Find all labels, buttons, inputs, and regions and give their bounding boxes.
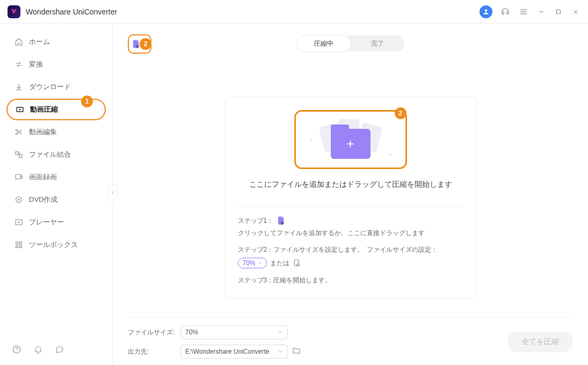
sidebar-item-toolbox[interactable]: ツールボックス: [6, 234, 106, 256]
dropzone-card: + 2 ここにファイルを追加またはドラッグして圧縮を開始します ステップ1： ク…: [224, 97, 477, 298]
step-text: ファイルサイズの設定：: [367, 245, 438, 254]
drop-target[interactable]: + 2: [294, 110, 407, 169]
bell-icon[interactable]: [33, 345, 43, 354]
download-icon: [14, 82, 24, 92]
sidebar-item-record[interactable]: 画面録画: [6, 166, 106, 188]
sidebar-item-dvd[interactable]: DVD作成: [6, 189, 106, 210]
svg-rect-23: [16, 245, 18, 247]
user-avatar[interactable]: [480, 5, 492, 18]
svg-rect-22: [19, 242, 21, 244]
step-3: ステップ3：圧縮を開始します。: [238, 276, 463, 285]
sidebar-item-label: 動画圧縮: [30, 105, 58, 114]
svg-rect-21: [16, 242, 18, 244]
record-icon: [14, 172, 24, 182]
percent-value: 70%: [243, 259, 256, 267]
svg-rect-14: [16, 152, 18, 155]
sparkle-icon: [309, 134, 313, 138]
sidebar-item-label: ファイル結合: [29, 150, 71, 159]
title-actions: [480, 5, 580, 18]
support-icon[interactable]: [500, 6, 511, 17]
settings-file-icon[interactable]: [293, 259, 301, 267]
svg-line-12: [17, 130, 21, 134]
sidebar-item-compress[interactable]: 動画圧縮 1: [6, 99, 106, 120]
home-icon: [14, 37, 24, 47]
status-tabs: 圧縮中 完了: [297, 35, 404, 52]
sidebar-item-convert[interactable]: 変換: [6, 54, 106, 75]
sidebar-item-label: 変換: [29, 60, 43, 69]
sidebar-item-label: ツールボックス: [29, 240, 78, 250]
step-label: ステップ2：ファイルサイズを設定します。: [238, 245, 364, 254]
help-icon[interactable]: [12, 345, 21, 354]
file-add-icon: [277, 216, 286, 225]
sidebar-item-merge[interactable]: ファイル結合: [6, 144, 106, 165]
svg-rect-5: [557, 10, 561, 13]
app-logo: [8, 5, 20, 18]
output-path-select[interactable]: E:\Wondershare UniConverte: [180, 345, 288, 359]
svg-point-18: [18, 199, 20, 201]
filesize-select[interactable]: 70%: [180, 325, 288, 339]
sidebar-item-label: プレーヤー: [29, 217, 64, 227]
filesize-value: 70%: [185, 328, 198, 336]
sidebar-item-download[interactable]: ダウンロード: [6, 76, 106, 98]
add-files-button[interactable]: 2: [128, 34, 151, 54]
drop-area: + 2 ここにファイルを追加またはドラッグして圧縮を開始します: [238, 107, 463, 197]
filesize-label: ファイルサイズ:: [128, 328, 176, 337]
sidebar-item-edit[interactable]: 動画編集: [6, 121, 106, 143]
output-path-value: E:\Wondershare UniConverte: [185, 348, 270, 355]
menu-icon[interactable]: [518, 6, 529, 17]
svg-marker-9: [19, 108, 21, 111]
bottom-bar: ファイルサイズ: 70% 出力先: E:\Wondershare UniConv…: [128, 317, 573, 359]
filesize-percent-select[interactable]: 70%: [238, 258, 267, 268]
output-label: 出力先:: [128, 347, 176, 356]
svg-marker-20: [18, 221, 20, 223]
callout-badge: 2: [140, 38, 151, 50]
titlebar: Wondershare UniConverter: [0, 0, 588, 24]
compress-icon: [15, 105, 25, 114]
compress-all-button[interactable]: 全てを圧縮: [507, 332, 573, 352]
svg-rect-30: [281, 223, 284, 224]
play-icon: [14, 217, 24, 227]
sparkle-icon: [388, 149, 393, 154]
svg-point-26: [17, 351, 17, 352]
merge-icon: [14, 150, 24, 159]
grid-icon: [14, 240, 24, 250]
sidebar: ホーム 変換 ダウンロード 動画圧縮 1 動画編集 ファイル結合: [0, 24, 113, 365]
sidebar-item-label: ダウンロード: [29, 82, 71, 92]
sidebar-item-label: 画面録画: [29, 172, 57, 182]
svg-point-17: [16, 197, 22, 203]
callout-badge: 2: [395, 107, 406, 119]
svg-point-0: [485, 9, 488, 12]
content: 2 圧縮中 完了 + 2: [113, 24, 588, 365]
plus-icon: +: [346, 136, 354, 151]
sidebar-item-label: ホーム: [29, 37, 50, 47]
tab-done[interactable]: 完了: [351, 35, 404, 52]
svg-rect-24: [19, 245, 21, 247]
close-button[interactable]: [571, 7, 580, 17]
toolbar: 2 圧縮中 完了: [128, 34, 573, 54]
step-text: ステップ3：圧縮を開始します。: [238, 276, 332, 285]
sidebar-collapse-handle[interactable]: [108, 185, 118, 201]
open-folder-button[interactable]: [292, 347, 302, 356]
maximize-button[interactable]: [554, 7, 563, 17]
folder-graphic: +: [318, 118, 383, 161]
callout-badge: 1: [81, 96, 93, 107]
sidebar-item-player[interactable]: プレーヤー: [6, 211, 106, 233]
step-text: または: [270, 259, 289, 268]
svg-rect-15: [19, 155, 22, 157]
feedback-icon[interactable]: [55, 345, 64, 354]
sidebar-bottom: [6, 345, 106, 357]
step-text: クリックしてファイルを追加するか、ここに直接ドラッグします: [238, 229, 425, 238]
svg-rect-28: [136, 46, 139, 47]
step-1: ステップ1： クリックしてファイルを追加するか、ここに直接ドラッグします: [238, 216, 463, 238]
svg-line-13: [17, 130, 21, 134]
sidebar-item-home[interactable]: ホーム: [6, 31, 106, 53]
step-2: ステップ2：ファイルサイズを設定します。 ファイルサイズの設定： 70% または: [238, 245, 463, 268]
minimize-button[interactable]: [536, 7, 546, 17]
steps: ステップ1： クリックしてファイルを追加するか、ここに直接ドラッグします ステッ…: [238, 207, 463, 285]
tab-compressing[interactable]: 圧縮中: [297, 35, 351, 52]
sidebar-item-label: DVD作成: [29, 195, 57, 205]
scissors-icon: [14, 127, 24, 137]
sidebar-item-label: 動画編集: [29, 127, 57, 137]
dropzone-text: ここにファイルを追加またはドラッグして圧縮を開始します: [249, 180, 452, 189]
disc-icon: [14, 195, 24, 205]
